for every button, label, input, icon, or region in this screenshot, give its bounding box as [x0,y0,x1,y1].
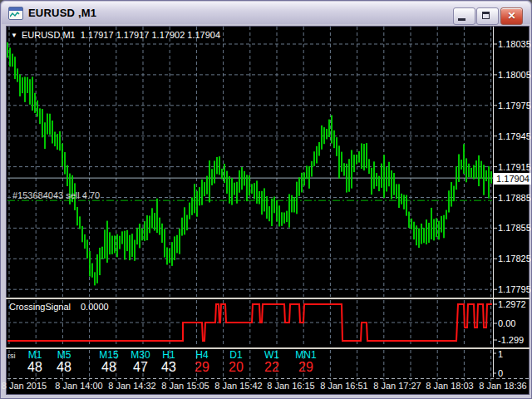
rsi-value-W1: 22 [264,360,279,374]
rsi-timeframe-button-M15[interactable]: M15 [99,350,118,360]
chart-window-icon [8,7,23,20]
close-icon: ✕ [501,9,522,22]
time-axis-label: 8 Jan 18:03 [426,381,474,391]
open-order-label[interactable]: #153684043 sell 4.70 [12,190,100,200]
window-title: EURUSD ,M1 [28,7,96,19]
minimize-button[interactable] [453,7,475,25]
chart-client-area[interactable] [6,26,530,395]
symbol-ohlc-header: ▼EURUSD,M1 1.17917 1.17917 1.17902 1.179… [11,30,220,41]
price-axis-label: 1.17915 [498,162,531,172]
maximize-button[interactable] [476,7,499,25]
close-button[interactable]: ✕ [500,7,523,25]
rsi-panel-label: rsi [7,351,16,361]
minimize-icon [458,18,466,21]
rsi-value-H1: 43 [161,360,176,374]
price-axis-label: 1.18035 [498,39,531,49]
indicator-name-label: CrossingSignal0.0000 [9,302,109,312]
rsi-value-H4: 29 [195,360,209,374]
price-axis-label: 1.17945 [498,131,531,141]
icon-chart-glyph [10,12,20,17]
ohlc-values: 1.17917 1.17917 1.17902 1.17904 [81,30,220,40]
rsi-timeframe-button-M5[interactable]: M5 [57,350,71,360]
chevron-down-icon[interactable]: ▼ [11,32,17,39]
rsi-timeframe-button-MN1[interactable]: MN1 [295,350,316,360]
rsi-value-D1: 20 [229,360,244,374]
time-axis-label: 8 Jan 14:32 [108,381,156,391]
rsi-timeframe-button-M30[interactable]: M30 [131,350,150,360]
maximize-icon [482,12,490,19]
indicator-name: CrossingSignal [9,302,71,312]
rsi-value-M30: 47 [133,360,148,374]
rsi-value-MN1: 29 [298,360,313,374]
rsi-timeframe-button-H4[interactable]: H4 [195,350,208,360]
time-axis-label: 8 Jan 18:36 [479,381,527,391]
current-price-tag: 1.17904 [494,173,532,185]
time-axis-label: 8 Jan 17:27 [373,381,421,391]
time-axis-label: 8 Jan 15:42 [214,381,263,391]
signal-axis-label: 1.2972 [498,299,526,309]
rsi-axis-max: 1 [498,349,503,359]
time-axis-label: 8 Jan 16:15 [267,381,315,391]
indicator-value: 0.0000 [81,302,109,312]
signal-axis-label: -1.299 [498,335,524,345]
rsi-value-M1: 48 [27,360,42,374]
rsi-value-M5: 48 [57,360,71,374]
rsi-timeframe-button-M1[interactable]: M1 [28,350,42,360]
price-axis-label: 1.18005 [498,70,531,80]
rsi-timeframe-button-H1[interactable]: H1 [162,350,175,360]
metatrader-chart-window: EURUSD ,M1 ✕ ▼EURUSD,M1 1.17917 1.17917 … [0,0,532,399]
price-axis-label: 1.17825 [498,254,531,264]
rsi-timeframe-button-D1[interactable]: D1 [229,350,242,360]
icon-titlebar-stripe [9,7,22,11]
price-axis-label: 1.17855 [498,223,531,233]
symbol-name: EURUSD,M1 [22,30,76,40]
signal-axis-label: 0.00 [498,318,515,328]
time-axis-label: 8 Jan 2015 [2,381,47,391]
time-axis-label: 8 Jan 16:51 [320,381,368,391]
price-axis-label: 1.17885 [498,193,531,203]
rsi-axis-min: 0 [498,368,503,378]
time-axis-label: 8 Jan 14:00 [55,381,103,391]
price-axis-label: 1.17975 [498,101,531,111]
price-axis-label: 1.17795 [498,284,531,294]
rsi-timeframe-button-W1[interactable]: W1 [264,350,279,360]
time-axis-label: 8 Jan 15:05 [161,381,209,391]
title-bar[interactable]: EURUSD ,M1 ✕ [2,2,530,24]
rsi-value-M15: 48 [101,360,116,374]
